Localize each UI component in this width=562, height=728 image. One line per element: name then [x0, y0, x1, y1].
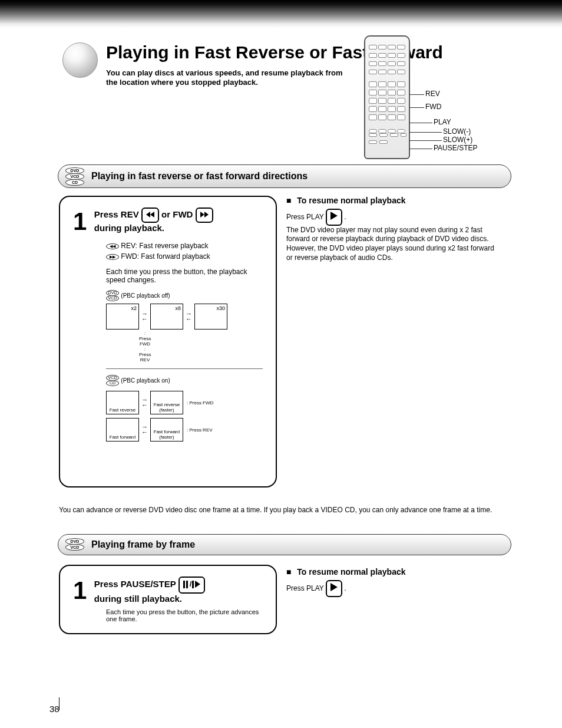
- top-gradient-bar: [0, 0, 562, 28]
- page-rule: [59, 697, 59, 710]
- rev-button-icon: [141, 207, 159, 223]
- remote-label-rev: REV: [425, 90, 440, 98]
- press-rev-label: : Press REV: [187, 427, 213, 433]
- section-title-frame: Playing frame by frame: [91, 539, 195, 550]
- speed-box-x8: x8: [150, 304, 183, 330]
- press-rev-label: : Press REV: [139, 347, 151, 363]
- side-note-heading-2: To resume normal playback: [297, 567, 405, 577]
- remote-label-pause-step: PAUSE/STEP: [434, 144, 477, 152]
- step2-note: Each time you press the button, the pict…: [106, 608, 263, 622]
- disc-stack-dvdvcd: DVD VCD: [106, 290, 119, 301]
- disc-stack-2: DVD VCD: [65, 538, 84, 551]
- speed-box-row: x2 →← x8 →← x30: [106, 304, 263, 330]
- frame-intro: You can advance or reverse DVD video dis…: [59, 506, 507, 515]
- pbc-off-label: (PBC playback off): [121, 292, 170, 299]
- side-note-resume-2: ■ To resume normal playback Press PLAY .: [286, 567, 406, 597]
- play-button-icon: [326, 209, 342, 226]
- sub-box-frf: Fast reverse (faster): [150, 391, 183, 414]
- leader-line: [410, 107, 424, 108]
- pause-step-button-icon: /: [178, 577, 206, 594]
- remote-label-slow-down: SLOW(-): [443, 127, 471, 136]
- fwd-expl: ▶▶ FWD: Fast forward playback: [106, 252, 263, 261]
- sub-box-ff: Fast forward: [106, 418, 139, 442]
- fwd-button-icon: [196, 207, 213, 223]
- leader-line: [410, 94, 424, 95]
- side-note-heading: To resume normal playback: [297, 196, 405, 205]
- remote-label-play: PLAY: [434, 118, 451, 126]
- fwd-icon-small: ▶▶: [106, 254, 119, 260]
- sphere-decor: [62, 42, 98, 78]
- play-button-icon: [326, 580, 342, 597]
- rev-expl: ◀◀ REV: Fast reverse playback: [106, 242, 263, 250]
- speed-box-x30: x30: [194, 304, 227, 330]
- sub-box-fr: Fast reverse: [106, 391, 139, 414]
- step-number-2: 1: [73, 577, 87, 605]
- sub-box-fff: Fast forward (faster): [150, 418, 183, 442]
- step-text-2: Press PAUSE/STEP / during still playback…: [94, 577, 205, 605]
- speed-arrows: →←: [186, 311, 192, 322]
- leader-line: [410, 123, 432, 123]
- remote-label-fwd: FWD: [425, 103, 441, 111]
- page-subtitle: You can play discs at various speeds, an…: [106, 68, 353, 87]
- step-box-fast: 1 Press REV or FWD during playback. ◀◀ R…: [59, 196, 277, 487]
- disc-vcd: VCD: [65, 544, 84, 551]
- bullet-icon: ■: [286, 196, 291, 205]
- leader-line: [410, 140, 442, 141]
- page-number: 38: [49, 704, 59, 714]
- side-note-resume-1: ■ To resume normal playback Press PLAY .…: [286, 196, 498, 262]
- step-number: 1: [73, 207, 87, 236]
- leader-line: [410, 132, 442, 133]
- rev-icon-small: ◀◀: [106, 243, 119, 249]
- section-bar-fast: DVD VCD CD Playing in fast reverse or fa…: [58, 164, 511, 188]
- leader-line: [410, 149, 432, 149]
- disc-stack: DVD VCD CD: [65, 167, 84, 186]
- disc-cd: CD: [65, 179, 84, 186]
- pbc-on-label: (PBC playback on): [121, 377, 170, 384]
- section-bar-frame: DVD VCD Playing frame by frame: [58, 534, 511, 555]
- disc-stack-vcdcd: VCD CD: [106, 375, 119, 386]
- step-text: Press REV or FWD during playback.: [94, 207, 213, 234]
- remote-illustration: [364, 35, 410, 159]
- remote-label-slow-up: SLOW(+): [443, 136, 472, 144]
- speed-box-x2: x2: [106, 304, 139, 330]
- press-fwd-label: : Press FWD: [187, 400, 213, 406]
- speed-arrows: →←: [141, 311, 148, 322]
- section-title-fast: Playing in fast reverse or fast forward …: [91, 171, 308, 182]
- step-box-frame: 1 Press PAUSE/STEP / during still playba…: [59, 565, 277, 634]
- press-fwd-label: : Press FWD: [139, 331, 151, 347]
- side-note-body-2: .: [344, 584, 346, 592]
- bullet-icon: ■: [286, 567, 291, 577]
- speed-intro: Each time you press the button, the play…: [106, 268, 263, 284]
